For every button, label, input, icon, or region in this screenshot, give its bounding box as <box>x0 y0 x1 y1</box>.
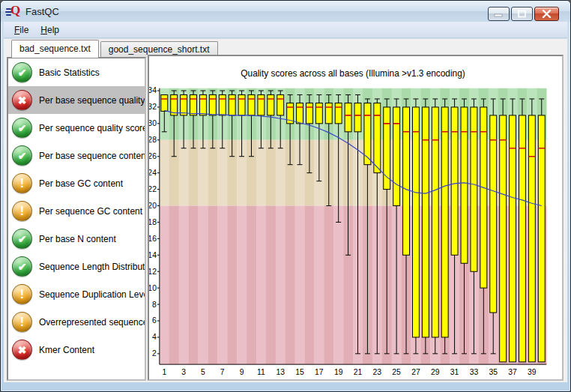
sidebar-item-per-sequence-quality-scores[interactable]: ✔Per sequence quality scores <box>8 114 145 142</box>
svg-text:31: 31 <box>450 368 459 376</box>
svg-text:17: 17 <box>315 368 324 376</box>
menu-bar: FileHelp <box>4 22 567 38</box>
svg-text:15: 15 <box>295 368 304 376</box>
sidebar-item-sequence-duplication-levels[interactable]: !Sequence Duplication Levels <box>8 280 145 308</box>
svg-text:20: 20 <box>149 202 157 210</box>
svg-text:1: 1 <box>162 368 166 376</box>
svg-text:9: 9 <box>240 368 244 376</box>
sidebar-item-label: Sequence Length Distribution <box>39 262 146 272</box>
svg-text:24: 24 <box>149 169 157 177</box>
sidebar-item-basic-statistics[interactable]: ✔Basic Statistics <box>8 58 145 86</box>
svg-text:Quality scores across all base: Quality scores across all bases (Illumin… <box>241 68 465 79</box>
sidebar-item-per-base-sequence-quality[interactable]: ✖Per base sequence quality <box>8 86 145 114</box>
svg-text:3: 3 <box>181 368 186 376</box>
menu-item-file[interactable]: File <box>8 22 34 37</box>
svg-text:6: 6 <box>152 316 157 325</box>
pass-icon: ✔ <box>12 256 32 277</box>
svg-text:32: 32 <box>149 103 157 111</box>
sidebar-item-per-base-gc-content[interactable]: !Per base GC content <box>8 169 145 197</box>
svg-text:14: 14 <box>149 251 157 259</box>
sidebar-item-per-base-sequence-content[interactable]: ✔Per base sequence content <box>8 142 145 169</box>
svg-text:28: 28 <box>149 136 157 144</box>
sidebar-item-overrepresented-sequences[interactable]: !Overrepresented sequences <box>8 308 145 336</box>
fastqc-logo-icon: Q <box>7 4 21 18</box>
sidebar-item-label: Kmer Content <box>39 345 94 355</box>
close-button[interactable] <box>534 7 559 21</box>
fastqc-window: Q FastQC FileHelp bad_sequence.txtgood_s… <box>0 0 571 392</box>
minimize-icon <box>494 10 504 17</box>
maximize-button[interactable] <box>511 7 533 21</box>
sidebar-item-label: Basic Statistics <box>39 67 100 78</box>
svg-text:33: 33 <box>470 368 479 376</box>
pass-icon: ✔ <box>12 145 32 166</box>
warn-icon: ! <box>12 284 32 304</box>
svg-text:37: 37 <box>508 368 517 376</box>
svg-text:22: 22 <box>149 185 157 193</box>
sidebar-item-label: Per base N content <box>39 234 116 244</box>
svg-text:29: 29 <box>431 368 440 376</box>
svg-text:16: 16 <box>149 235 157 243</box>
svg-text:8: 8 <box>152 301 157 309</box>
svg-text:18: 18 <box>149 218 157 226</box>
sidebar-item-sequence-length-distribution[interactable]: ✔Sequence Length Distribution <box>8 253 145 280</box>
svg-text:35: 35 <box>489 368 498 376</box>
sidebar-item-label: Per base GC content <box>39 178 123 189</box>
pass-icon: ✔ <box>12 62 32 82</box>
window-title: FastQC <box>25 6 59 17</box>
svg-text:4: 4 <box>152 333 157 341</box>
svg-text:34: 34 <box>149 86 157 94</box>
sidebar-item-label: Sequence Duplication Levels <box>39 289 146 300</box>
sidebar-item-label: Per base sequence content <box>39 151 146 161</box>
sidebar-item-label: Per base sequence quality <box>39 95 145 106</box>
svg-text:10: 10 <box>149 284 157 292</box>
warn-icon: ! <box>12 201 32 221</box>
pass-icon: ✔ <box>12 118 32 138</box>
sidebar-item-label: Per sequence quality scores <box>39 123 146 133</box>
minimize-button[interactable] <box>488 7 510 21</box>
svg-text:11: 11 <box>257 368 265 376</box>
menu-item-help[interactable]: Help <box>34 22 65 37</box>
fail-icon: ✖ <box>12 90 32 110</box>
sidebar-item-label: Overrepresented sequences <box>39 317 146 328</box>
sidebar-item-kmer-content[interactable]: ✖Kmer Content <box>8 336 145 364</box>
svg-text:13: 13 <box>276 368 285 376</box>
chart-panel: 2468101214161820222426283032341357911131… <box>148 55 564 381</box>
warn-icon: ! <box>12 312 32 332</box>
sidebar-item-per-sequence-gc-content[interactable]: !Per sequence GC content <box>8 197 145 225</box>
sidebar-module-list: ✔Basic Statistics✖Per base sequence qual… <box>7 57 146 381</box>
quality-boxplot-chart: 2468101214161820222426283032341357911131… <box>149 56 562 379</box>
tab-bar: bad_sequence.txtgood_sequence_short.txt <box>4 40 220 56</box>
svg-text:19: 19 <box>334 368 343 376</box>
warn-icon: ! <box>12 173 32 193</box>
close-icon <box>542 10 552 18</box>
svg-text:21: 21 <box>354 368 363 376</box>
svg-text:26: 26 <box>149 152 157 160</box>
content-area: bad_sequence.txtgood_sequence_short.txt … <box>4 39 567 382</box>
svg-text:30: 30 <box>149 119 157 127</box>
sidebar-item-per-base-n-content[interactable]: ✔Per base N content <box>8 225 145 253</box>
svg-text:27: 27 <box>411 368 420 376</box>
fail-icon: ✖ <box>12 340 32 360</box>
window-controls <box>488 7 559 21</box>
svg-text:7: 7 <box>220 368 225 376</box>
pass-icon: ✔ <box>12 229 32 249</box>
svg-text:12: 12 <box>149 268 157 276</box>
tab-bad-sequence-txt[interactable]: bad_sequence.txt <box>11 40 99 58</box>
svg-text:23: 23 <box>373 368 382 376</box>
title-bar[interactable]: Q FastQC <box>1 1 570 22</box>
maximize-icon <box>517 10 527 18</box>
svg-text:2: 2 <box>152 349 157 358</box>
sidebar-item-label: Per sequence GC content <box>39 206 142 217</box>
svg-text:25: 25 <box>392 368 401 376</box>
svg-text:5: 5 <box>201 368 205 376</box>
svg-text:39: 39 <box>528 368 537 376</box>
